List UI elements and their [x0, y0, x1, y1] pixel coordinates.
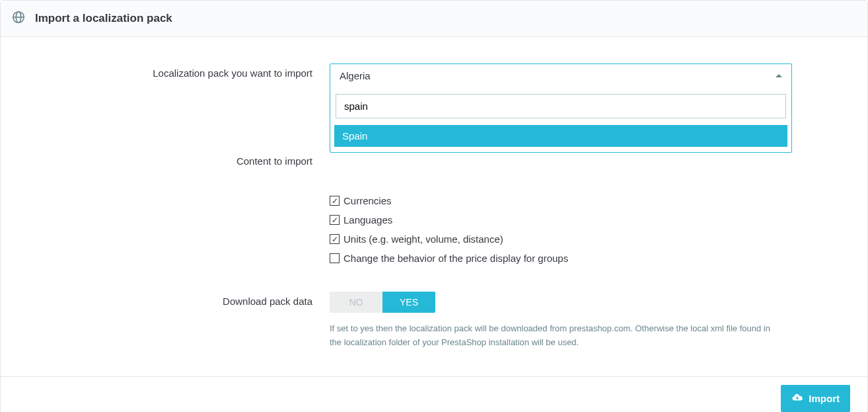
row-download-pack: Download pack data NO YES If set to yes … — [14, 292, 854, 350]
selected-value: Algeria — [340, 70, 371, 81]
panel-heading: Import a localization pack — [1, 1, 867, 37]
content-to-import-control: Currencies Languages Units (e.g. weight,… — [330, 151, 792, 272]
row-localization-pack: Localization pack you want to import Alg… — [14, 63, 854, 153]
checkbox-price-display[interactable] — [330, 253, 340, 263]
checkbox-label-units: Units (e.g. weight, volume, distance) — [344, 233, 503, 245]
download-help-text: If set to yes then the localization pack… — [330, 322, 779, 350]
label-content-to-import: Content to import — [14, 151, 330, 167]
label-download-pack: Download pack data — [14, 292, 330, 307]
toggle-yes[interactable]: YES — [382, 292, 435, 313]
select-search-wrap — [330, 87, 791, 121]
localization-import-panel: Import a localization pack Localization … — [0, 0, 868, 412]
panel-footer: Import — [1, 376, 867, 412]
checkbox-row-units: Units (e.g. weight, volume, distance) — [330, 233, 792, 245]
checkbox-list: Currencies Languages Units (e.g. weight,… — [330, 151, 792, 264]
cloud-download-icon — [791, 391, 803, 405]
select-results: Spain — [330, 121, 791, 152]
select-search-input[interactable] — [336, 94, 786, 118]
download-toggle: NO YES — [330, 292, 435, 313]
select-display[interactable]: Algeria — [330, 64, 791, 87]
row-content-to-import: Content to import Currencies Languages U… — [14, 151, 854, 272]
select-option-spain[interactable]: Spain — [334, 125, 787, 147]
checkbox-label-languages: Languages — [344, 214, 392, 226]
checkbox-languages[interactable] — [330, 215, 340, 225]
checkbox-row-price-display: Change the behavior of the price display… — [330, 253, 792, 264]
label-localization-pack: Localization pack you want to import — [14, 63, 330, 79]
checkbox-currencies[interactable] — [330, 196, 340, 206]
localization-pack-control: Algeria Spain — [330, 63, 792, 153]
localization-pack-select[interactable]: Algeria Spain — [330, 63, 792, 153]
checkbox-label-price-display: Change the behavior of the price display… — [344, 253, 568, 264]
chevron-up-icon — [776, 74, 782, 77]
checkbox-row-currencies: Currencies — [330, 195, 792, 206]
checkbox-label-currencies: Currencies — [344, 195, 392, 206]
import-button[interactable]: Import — [781, 385, 850, 412]
checkbox-units[interactable] — [330, 234, 340, 244]
toggle-no[interactable]: NO — [330, 292, 382, 313]
checkbox-row-languages: Languages — [330, 214, 792, 226]
panel-title: Import a localization pack — [35, 12, 172, 25]
import-button-label: Import — [809, 393, 840, 404]
download-pack-control: NO YES If set to yes then the localizati… — [330, 292, 792, 350]
panel-body: Localization pack you want to import Alg… — [1, 37, 867, 376]
globe-icon — [11, 10, 26, 27]
